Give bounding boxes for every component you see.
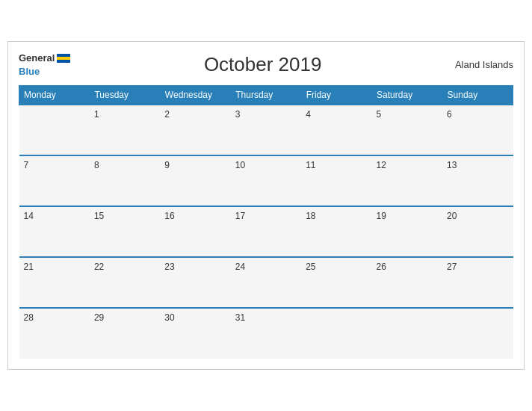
calendar-title: October 2019 <box>70 53 455 76</box>
day-number: 2 <box>164 109 170 120</box>
calendar-day-cell: 9 <box>160 155 230 206</box>
day-number: 25 <box>306 262 315 272</box>
day-number: 31 <box>235 312 245 323</box>
calendar-day-cell: 29 <box>90 308 160 359</box>
calendar-day-cell: 16 <box>160 206 230 257</box>
calendar-week-row: 123456 <box>19 105 513 155</box>
calendar-container: General Blue October 2019 Aland Islands … <box>7 41 525 369</box>
calendar-day-cell: 13 <box>442 155 513 206</box>
header-monday: Monday <box>19 85 90 105</box>
calendar-body: 1234567891011121314151617181920212223242… <box>19 105 513 359</box>
day-number: 12 <box>377 160 386 170</box>
day-number: 29 <box>94 312 104 323</box>
logo-bottom: Blue <box>19 64 40 78</box>
day-number: 10 <box>235 160 245 170</box>
calendar-day-cell: 31 <box>231 308 301 359</box>
day-number: 13 <box>447 160 457 170</box>
calendar-day-cell: 18 <box>301 206 371 257</box>
calendar-day-cell: 1 <box>90 105 160 155</box>
calendar-week-row: 21222324252627 <box>19 257 513 308</box>
logo-general-text: General <box>19 52 55 64</box>
day-number: 26 <box>377 262 386 272</box>
logo: General Blue <box>19 51 70 77</box>
day-number: 7 <box>24 160 29 170</box>
day-number: 18 <box>306 211 315 221</box>
calendar-day-cell: 20 <box>442 206 513 257</box>
calendar-day-cell: 4 <box>301 105 371 155</box>
day-number: 28 <box>24 312 34 323</box>
calendar-day-cell: 7 <box>19 155 90 206</box>
logo-top: General <box>19 51 70 64</box>
calendar-day-cell: 23 <box>160 257 230 308</box>
day-number: 17 <box>235 211 245 221</box>
calendar-day-cell: 25 <box>301 257 371 308</box>
day-number: 19 <box>377 211 386 221</box>
day-number: 30 <box>164 312 174 323</box>
calendar-day-cell: 5 <box>372 105 442 155</box>
calendar-day-cell: 3 <box>231 105 301 155</box>
day-number: 6 <box>447 109 452 120</box>
day-header-row: Monday Tuesday Wednesday Thursday Friday… <box>19 85 513 105</box>
logo-flag-icon <box>57 54 70 63</box>
calendar-day-cell: 10 <box>231 155 301 206</box>
header-wednesday: Wednesday <box>160 85 230 105</box>
calendar-week-row: 78910111213 <box>19 155 513 206</box>
calendar-header: General Blue October 2019 Aland Islands <box>19 51 513 77</box>
calendar-day-cell: 2 <box>160 105 230 155</box>
calendar-day-cell: 21 <box>19 257 90 308</box>
header-sunday: Sunday <box>442 85 513 105</box>
day-number: 23 <box>164 262 174 272</box>
day-number: 9 <box>164 160 170 170</box>
calendar-day-cell: 8 <box>90 155 160 206</box>
header-saturday: Saturday <box>372 85 442 105</box>
calendar-day-cell <box>301 308 371 359</box>
calendar-day-cell: 22 <box>90 257 160 308</box>
day-number: 27 <box>447 262 457 272</box>
day-number: 15 <box>94 211 104 221</box>
day-number: 21 <box>24 262 34 272</box>
calendar-day-cell <box>19 105 90 155</box>
day-number: 16 <box>164 211 174 221</box>
calendar-day-cell: 24 <box>231 257 301 308</box>
calendar-week-row: 14151617181920 <box>19 206 513 257</box>
calendar-day-cell: 12 <box>372 155 442 206</box>
logo-blue-text: Blue <box>19 66 40 77</box>
day-number: 5 <box>377 109 382 120</box>
day-number: 8 <box>94 160 99 170</box>
day-number: 11 <box>306 160 315 170</box>
calendar-day-cell <box>372 308 442 359</box>
calendar-day-cell: 17 <box>231 206 301 257</box>
calendar-day-cell <box>442 308 513 359</box>
calendar-day-cell: 28 <box>19 308 90 359</box>
day-number: 22 <box>94 262 104 272</box>
calendar-day-cell: 26 <box>372 257 442 308</box>
calendar-grid: Monday Tuesday Wednesday Thursday Friday… <box>19 85 513 359</box>
calendar-day-cell: 19 <box>372 206 442 257</box>
day-number: 24 <box>235 262 245 272</box>
header-friday: Friday <box>301 85 371 105</box>
header-tuesday: Tuesday <box>90 85 160 105</box>
calendar-week-row: 28293031 <box>19 308 513 359</box>
day-number: 20 <box>447 211 457 221</box>
calendar-day-cell: 15 <box>90 206 160 257</box>
calendar-day-cell: 14 <box>19 206 90 257</box>
calendar-day-cell: 6 <box>442 105 513 155</box>
header-thursday: Thursday <box>231 85 301 105</box>
day-number: 1 <box>94 109 99 120</box>
day-number: 4 <box>306 109 311 120</box>
calendar-day-cell: 11 <box>301 155 371 206</box>
region-label: Aland Islands <box>455 59 513 70</box>
day-number: 14 <box>24 211 34 221</box>
calendar-day-cell: 27 <box>442 257 513 308</box>
day-number: 3 <box>235 109 241 120</box>
calendar-day-cell: 30 <box>160 308 230 359</box>
